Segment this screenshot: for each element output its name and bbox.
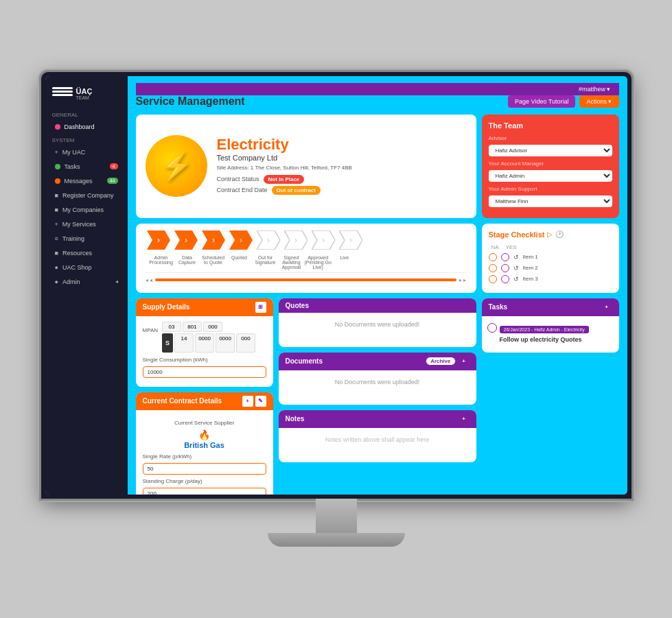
sidebar-item-admin[interactable]: ● Admin ◂ bbox=[48, 275, 125, 289]
sidebar-item-label: My UAC bbox=[62, 149, 86, 156]
sidebar-item-label: Resources bbox=[62, 250, 92, 257]
contract-header: Current Contract Details + ✎ bbox=[136, 392, 273, 410]
dashboard-dot bbox=[55, 124, 60, 130]
contract-icons: + ✎ bbox=[242, 396, 266, 407]
stage-header: Stage Checklist ▷ 🕐 bbox=[489, 230, 612, 239]
step-approved[interactable]: › bbox=[312, 230, 335, 250]
tasks-title: Tasks bbox=[489, 303, 508, 311]
docs-actions: Archive + bbox=[426, 356, 469, 367]
sidebar-item-label: Register Company bbox=[62, 192, 114, 199]
single-rate-input[interactable] bbox=[143, 463, 266, 475]
quotes-body: No Documents were uploaded! bbox=[279, 313, 476, 347]
mpan-bot-3: 0000 bbox=[216, 333, 235, 353]
sidebar-item-register-company[interactable]: ■ Register Company bbox=[48, 189, 125, 202]
yes-circle-3[interactable] bbox=[501, 275, 509, 283]
notes-title: Notes bbox=[286, 415, 305, 423]
mpan-label: MPAN bbox=[143, 327, 159, 333]
svg-text:›: › bbox=[240, 235, 242, 245]
main-content: #matthew ▾ Service Management Page Video… bbox=[128, 76, 627, 495]
svg-text:›: › bbox=[267, 235, 270, 245]
tasks-header: Tasks + bbox=[482, 298, 619, 316]
pipeline-prev[interactable]: ◂ ◂ bbox=[146, 277, 152, 283]
user-name[interactable]: #matthew ▾ bbox=[579, 86, 611, 93]
standing-charge-field: Standing Charge (p/day) bbox=[143, 478, 266, 495]
topbar: #matthew ▾ bbox=[136, 83, 619, 95]
notes-placeholder: Notes written above shall appear here bbox=[325, 436, 430, 443]
supply-body: MPAN 03 801 000 S bbox=[136, 316, 273, 387]
admin-support-select[interactable]: Matthew Finn bbox=[489, 195, 612, 207]
hero-info: Electricity Test Company Ltd Site Addres… bbox=[217, 136, 352, 197]
standing-charge-input[interactable] bbox=[143, 488, 266, 495]
bolt-icon: ⚡ bbox=[159, 150, 194, 182]
archive-badge[interactable]: Archive bbox=[426, 357, 455, 366]
step-live[interactable]: › bbox=[339, 230, 362, 250]
sidebar-item-my-uac[interactable]: + My UAC bbox=[48, 145, 125, 159]
actions-button[interactable]: Actions ▾ bbox=[579, 95, 618, 108]
pipeline-next[interactable]: ▸ ▸ bbox=[459, 277, 466, 283]
pipeline-nav: ◂ ◂ ▸ ▸ bbox=[146, 272, 467, 283]
stage-panel: Stage Checklist ▷ 🕐 NA YES ↺ Item bbox=[482, 224, 619, 293]
contract-status-badge: Not In Place bbox=[264, 175, 305, 184]
sidebar-item-training[interactable]: ≡ Training bbox=[48, 232, 125, 246]
team-title: The Team bbox=[489, 121, 612, 130]
step-scheduled[interactable]: › bbox=[202, 230, 225, 250]
contract-add-icon[interactable]: + bbox=[242, 396, 253, 407]
notes-card: Notes + Notes written above shall appear… bbox=[279, 410, 476, 462]
yes-circle-1[interactable] bbox=[501, 253, 509, 261]
logo-icon bbox=[52, 87, 73, 101]
sidebar-item-label: Messages bbox=[65, 178, 93, 185]
notes-add-icon[interactable]: + bbox=[459, 414, 470, 425]
sidebar-item-messages[interactable]: Messages 44 bbox=[48, 174, 125, 188]
step-admin[interactable]: › bbox=[147, 230, 170, 250]
step-out-for-sig[interactable]: › bbox=[257, 230, 280, 250]
team-row-account-manager: Your Account Manager Hafiz Admin bbox=[489, 161, 612, 182]
consumption-input[interactable] bbox=[143, 366, 266, 378]
yes-circle-2[interactable] bbox=[501, 264, 509, 272]
step-quoted[interactable]: › bbox=[229, 230, 253, 250]
step-label-admin: AdminProcessing bbox=[148, 255, 174, 270]
advisor-select[interactable]: Hafiz Advisor bbox=[489, 145, 612, 156]
account-manager-select[interactable]: Hafiz Admin bbox=[489, 170, 612, 182]
companies-icon: ■ bbox=[55, 206, 58, 213]
british-gas-logo: 🔥 British Gas bbox=[143, 429, 266, 449]
supply-edit-icon[interactable]: ⊞ bbox=[255, 302, 266, 313]
sidebar-item-my-companies[interactable]: ■ My Companies bbox=[48, 203, 125, 217]
step-signed[interactable]: › bbox=[284, 230, 308, 250]
pipeline-row: › › › › bbox=[136, 224, 619, 293]
mpan-bottom-row: 14 0000 0000 000 bbox=[174, 333, 255, 353]
svg-text:›: › bbox=[212, 235, 215, 245]
docs-card: Documents Archive + No Documents were up… bbox=[279, 353, 476, 405]
logo-text: ÜAÇ bbox=[76, 88, 93, 95]
video-tutorial-button[interactable]: Page Video Tutorial bbox=[508, 95, 575, 108]
step-label-out: Out forSignature bbox=[253, 255, 279, 270]
sidebar-general-label: General bbox=[45, 109, 128, 119]
sidebar-item-tasks[interactable]: Tasks 4 bbox=[48, 160, 125, 174]
quotes-empty: No Documents were uploaded! bbox=[335, 321, 420, 328]
na-circle-3[interactable] bbox=[489, 275, 497, 283]
sidebar-item-my-services[interactable]: + My Services bbox=[48, 217, 125, 231]
end-date-row: Contract End Date Out of contract bbox=[217, 186, 352, 195]
electricity-icon-circle: ⚡ bbox=[146, 135, 207, 197]
refresh-icon-1: ↺ bbox=[513, 254, 519, 261]
team-panel: The Team Advisor Hafiz Advisor Your Acco… bbox=[482, 115, 619, 218]
svg-text:›: › bbox=[294, 235, 297, 245]
tasks-add-icon[interactable]: + bbox=[601, 302, 612, 313]
supply-icons: ⊞ bbox=[255, 302, 266, 313]
bottom-row: Supply Details ⊞ MPAN bbox=[136, 298, 619, 495]
supply-title: Supply Details bbox=[143, 303, 190, 311]
checklist-item-2: ↺ Item 2 bbox=[489, 264, 612, 272]
send-icon[interactable]: ▷ bbox=[547, 230, 553, 238]
na-circle-2[interactable] bbox=[489, 264, 497, 272]
sidebar-item-resources[interactable]: ■ Resources bbox=[48, 246, 125, 260]
task-checkbox[interactable] bbox=[487, 323, 497, 333]
na-circle-1[interactable] bbox=[489, 253, 497, 261]
svg-text:›: › bbox=[157, 235, 160, 245]
mpan-top-1: 03 bbox=[162, 322, 181, 332]
svg-text:›: › bbox=[322, 235, 325, 245]
sidebar-item-dashboard[interactable]: Dashboard bbox=[48, 120, 125, 134]
sidebar-item-uac-shop[interactable]: ● UAC Shop bbox=[48, 261, 125, 274]
contract-edit-icon[interactable]: ✎ bbox=[255, 396, 266, 407]
task-text-1: Follow up electricity Quotes bbox=[500, 336, 589, 343]
step-data[interactable]: › bbox=[174, 230, 198, 250]
docs-add-icon[interactable]: + bbox=[459, 356, 470, 367]
